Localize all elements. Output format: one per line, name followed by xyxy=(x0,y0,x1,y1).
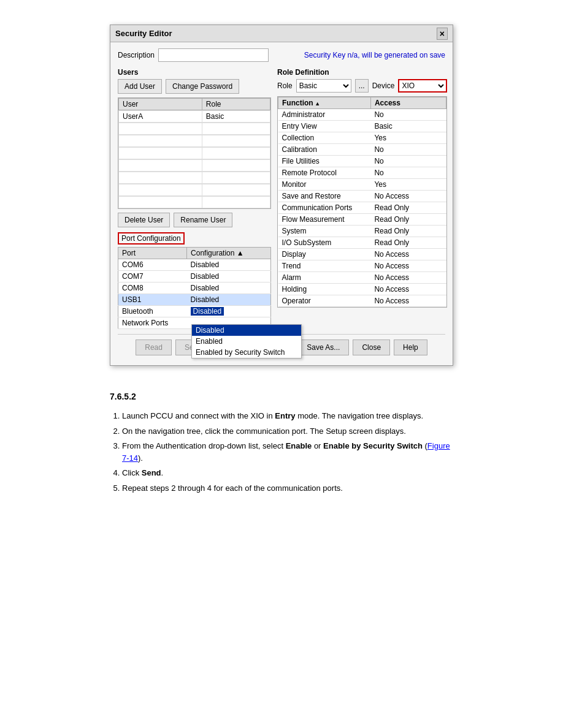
table-row-empty xyxy=(118,147,270,159)
port-table-body: COM6DisabledCOM7DisabledCOM8DisabledUSB1… xyxy=(118,259,271,329)
role-col-header: Role xyxy=(202,99,270,110)
add-user-button[interactable]: Add User xyxy=(118,79,162,94)
access-cell: No Access xyxy=(370,307,446,308)
function-cell: Monitor xyxy=(278,179,371,191)
function-cell: Operator xyxy=(278,295,371,307)
function-cell: I/O SubSystem xyxy=(278,237,371,249)
port-cell: COM8 xyxy=(118,282,187,294)
table-row[interactable]: I/O SubSystemRead Only xyxy=(278,237,446,249)
left-panel: Users Add User Change Password User Role xyxy=(118,68,271,329)
table-row[interactable]: COM7Disabled xyxy=(118,271,271,282)
table-row[interactable]: DisplayNo Access xyxy=(278,249,446,260)
user-cell: UserA xyxy=(119,111,202,123)
access-cell: Read Only xyxy=(370,226,446,237)
read-button[interactable]: Read xyxy=(136,339,172,355)
list-item: On the navigation tree, click the commun… xyxy=(122,425,453,438)
access-cell: Read Only xyxy=(370,202,446,214)
table-row[interactable]: BluetoothDisabled xyxy=(118,306,271,317)
help-button[interactable]: Help xyxy=(394,339,427,355)
table-row[interactable]: AlarmNo Access xyxy=(278,272,446,284)
role-definition-label: Role Definition xyxy=(277,68,447,77)
change-password-button[interactable]: Change Password xyxy=(166,79,239,94)
role-select[interactable]: Basic Admin Operator xyxy=(296,79,351,93)
table-row[interactable]: USB1Disabled xyxy=(118,294,271,306)
table-row[interactable]: SystemRead Only xyxy=(278,226,446,237)
rename-user-button[interactable]: Rename User xyxy=(174,213,232,227)
delete-rename-row: Delete User Rename User xyxy=(118,213,271,227)
port-col-header: Port xyxy=(118,248,187,259)
table-row[interactable]: Remote ProtocolNo xyxy=(278,167,446,179)
list-item: Click Send. xyxy=(122,467,453,479)
table-row[interactable]: COM8Disabled xyxy=(118,282,271,294)
delete-user-button[interactable]: Delete User xyxy=(118,213,170,227)
steps-list: Launch PCCU and connect with the XIO in … xyxy=(110,410,453,494)
access-cell: No Access xyxy=(370,272,446,284)
table-row-empty xyxy=(118,159,270,172)
access-cell: Yes xyxy=(370,179,446,191)
dd-enabled[interactable]: Enabled xyxy=(192,336,301,347)
table-row[interactable]: OperatorNo Access xyxy=(278,295,446,307)
function-cell: Remote Protocol xyxy=(278,167,371,179)
config-cell: Disabled xyxy=(187,294,271,306)
dd-enabled-security-switch[interactable]: Enabled by Security Switch xyxy=(192,347,301,358)
port-config-table: Port Configuration ▲ COM6DisabledCOM7Dis… xyxy=(118,247,271,329)
section-number: 7.6.5.2 xyxy=(110,392,453,401)
function-cell: Save and Restore xyxy=(278,191,371,202)
description-input[interactable] xyxy=(158,48,269,62)
table-row[interactable]: AdministratorNo xyxy=(278,109,446,121)
table-row[interactable]: Communication PortsRead Only xyxy=(278,202,446,214)
dialog-title: Security Editor xyxy=(115,29,172,38)
right-panel: Role Definition Role Basic Admin Operato… xyxy=(277,68,447,329)
users-section-label: Users xyxy=(118,68,271,77)
table-row-empty xyxy=(118,135,270,147)
port-cell: COM7 xyxy=(118,271,187,282)
dialog-close-button[interactable]: × xyxy=(437,28,448,40)
function-cell: Communication Ports xyxy=(278,202,371,214)
table-row[interactable]: COM6Disabled xyxy=(118,259,271,271)
function-cell: Calibration xyxy=(278,144,371,156)
port-cell: Network Ports xyxy=(118,317,187,329)
save-as-button[interactable]: Save As... xyxy=(297,339,349,355)
table-row[interactable]: CollectionYes xyxy=(278,132,446,144)
table-row[interactable]: MonitorYes xyxy=(278,179,446,191)
access-cell: No Access xyxy=(370,260,446,272)
table-row[interactable]: UserABasic xyxy=(118,110,270,123)
table-row[interactable]: Save and RestoreNo Access xyxy=(278,191,446,202)
list-item: Repeat steps 2 through 4 for each of the… xyxy=(122,482,453,495)
users-table: User Role UserABasic xyxy=(118,97,271,209)
function-table-body: AdministratorNoEntry ViewBasicCollection… xyxy=(278,109,446,308)
table-row-empty xyxy=(118,123,270,135)
access-cell: No Access xyxy=(370,191,446,202)
access-cell: Basic xyxy=(370,121,446,132)
dialog-titlebar: Security Editor × xyxy=(110,25,453,42)
function-cell: System xyxy=(278,226,371,237)
table-row[interactable]: TrendNo Access xyxy=(278,260,446,272)
port-dropdown: Disabled Enabled Enabled by Security Swi… xyxy=(191,324,302,358)
port-cell: COM6 xyxy=(118,259,187,271)
main-content: Users Add User Change Password User Role xyxy=(118,68,445,329)
ellipsis-button[interactable]: ... xyxy=(355,79,369,93)
table-row[interactable]: InterfaceNo Access xyxy=(278,307,446,308)
function-table-wrapper: Function Access AdministratorNoEntry Vie… xyxy=(277,96,447,308)
description-section: Description xyxy=(118,48,269,62)
function-cell: Display xyxy=(278,249,371,260)
table-row[interactable]: Flow MeasurementRead Only xyxy=(278,214,446,226)
table-row-empty xyxy=(118,184,270,196)
function-cell: Alarm xyxy=(278,272,371,284)
device-label: Device xyxy=(372,82,395,90)
access-cell: No Access xyxy=(370,295,446,307)
config-cell: Disabled xyxy=(187,259,271,271)
device-select[interactable]: XIO Local xyxy=(398,79,447,93)
table-row[interactable]: HoldingNo Access xyxy=(278,284,446,295)
users-table-body: UserABasic xyxy=(118,110,270,208)
function-table: Function Access AdministratorNoEntry Vie… xyxy=(278,97,446,308)
close-button[interactable]: Close xyxy=(353,339,390,355)
access-cell: No Access xyxy=(370,284,446,295)
access-cell: No xyxy=(370,109,446,121)
table-row-empty xyxy=(118,196,270,208)
table-row[interactable]: CalibrationNo xyxy=(278,144,446,156)
dd-disabled[interactable]: Disabled xyxy=(192,325,301,336)
table-row[interactable]: Entry ViewBasic xyxy=(278,121,446,132)
table-row[interactable]: File UtilitiesNo xyxy=(278,156,446,167)
access-cell: No xyxy=(370,167,446,179)
